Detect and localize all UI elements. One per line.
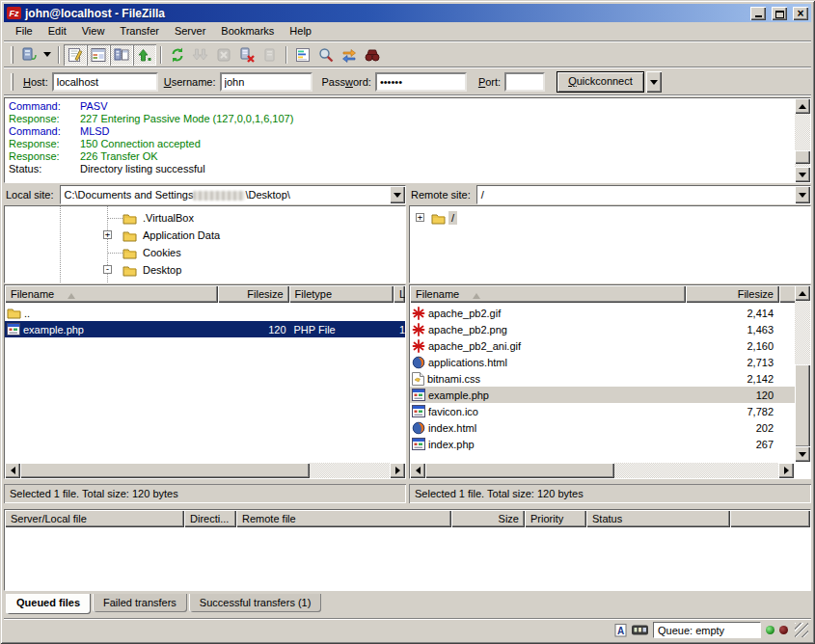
local-site-dropdown-button[interactable]	[390, 186, 405, 203]
cell-size: 7,782	[686, 406, 779, 417]
close-button[interactable]: ×	[793, 7, 808, 20]
tree-item-application-data[interactable]: +Application Data	[5, 227, 405, 244]
toolbar-find-files-button[interactable]	[361, 44, 384, 66]
remote-list-body[interactable]: apache_pb2.gif2,414apache_pb2.png1,463ap…	[410, 303, 795, 462]
tree-item-cookies[interactable]: Cookies	[5, 244, 405, 261]
column-header-filename[interactable]: Filename	[5, 285, 218, 303]
toolbar-process-queue-button[interactable]	[189, 44, 212, 66]
divider	[4, 94, 811, 96]
expand-icon[interactable]: +	[416, 213, 424, 222]
local-site-combobox[interactable]: C:\Documents and Settings\Desktop\	[60, 185, 406, 204]
transfer-type-icon[interactable]: A	[614, 623, 627, 637]
scroll-right-button[interactable]	[390, 463, 405, 478]
tab-queued-files[interactable]: Queued files	[6, 594, 91, 614]
local-list-body[interactable]: ..example.php120PHP File1	[5, 303, 405, 462]
resize-grip[interactable]	[795, 623, 808, 637]
column-header-priority[interactable]: Priority	[525, 510, 586, 527]
minimize-button[interactable]	[750, 7, 766, 20]
file-row-apache-pb2-ani-gif[interactable]: apache_pb2_ani.gif2,160	[410, 337, 795, 354]
tab-failed-transfers[interactable]: Failed transfers	[93, 594, 187, 612]
file-row-apache-pb2-png[interactable]: apache_pb2.png1,463	[410, 321, 795, 337]
tab-successful-transfers-1[interactable]: Successful transfers (1)	[189, 594, 322, 612]
speed-limits-icon[interactable]	[632, 625, 648, 635]
file-row-example-php[interactable]: example.php120PHP File1	[5, 321, 405, 337]
tree-item-virtualbox[interactable]: .VirtualBox	[5, 209, 405, 227]
scroll-down-button[interactable]	[795, 167, 810, 182]
file-row-apache-pb2-gif[interactable]: apache_pb2.gif2,414	[410, 305, 795, 321]
local-list-hscrollbar[interactable]	[5, 463, 405, 478]
file-row-example-php[interactable]: example.php120	[410, 387, 795, 403]
filezilla-logo-icon[interactable]: Fz	[7, 7, 21, 19]
column-header-status[interactable]: Status	[586, 510, 730, 527]
file-row-bitnami-css[interactable]: bitnami.css2,142	[410, 370, 795, 387]
queue-body[interactable]	[5, 527, 810, 590]
remote-directory-tree[interactable]: +/	[409, 205, 811, 283]
local-file-list[interactable]: FilenameFilesizeFiletypeL ..example.php1…	[4, 284, 406, 479]
menu-edit[interactable]: Edit	[41, 23, 74, 40]
toolbar-toggle-log-button[interactable]	[64, 44, 87, 66]
scroll-thumb[interactable]	[795, 364, 810, 447]
scroll-left-button[interactable]	[5, 463, 20, 478]
menu-help[interactable]: Help	[282, 23, 319, 40]
column-header-remote-file[interactable]: Remote file	[236, 510, 451, 527]
file-row-favicon-ico[interactable]: favicon.ico7,782	[410, 403, 795, 419]
toolbar-reconnect-button[interactable]	[258, 44, 282, 66]
tree-item-root[interactable]: +/	[410, 209, 810, 227]
remote-site-combobox[interactable]: /	[476, 185, 811, 204]
menu-view[interactable]: View	[74, 23, 113, 40]
toolbar-grip[interactable]	[11, 73, 14, 91]
column-header-filetype[interactable]: Filetype	[289, 285, 394, 303]
menu-bookmarks[interactable]: Bookmarks	[213, 23, 282, 40]
toolbar-toggle-queue-button[interactable]	[133, 44, 156, 66]
column-header-server-local-file[interactable]: Server/Local file	[5, 510, 184, 527]
menu-file[interactable]: File	[8, 23, 41, 40]
menu-transfer[interactable]: Transfer	[112, 23, 167, 40]
local-directory-tree[interactable]: .VirtualBox+Application DataCookies-Desk…	[4, 205, 406, 283]
toolbar-filter-button[interactable]	[291, 44, 314, 66]
scroll-right-button[interactable]	[778, 463, 794, 478]
tree-item-desktop[interactable]: -Desktop	[5, 261, 405, 279]
password-input[interactable]	[375, 72, 467, 92]
column-header-directi[interactable]: Directi...	[184, 510, 236, 527]
toolbar-sync-browsing-button[interactable]	[338, 44, 361, 66]
maximize-button[interactable]	[772, 7, 787, 20]
quickconnect-button[interactable]: Quickconnect	[557, 71, 644, 93]
scroll-thumb[interactable]	[425, 463, 614, 478]
collapse-icon[interactable]: -	[103, 265, 112, 274]
log-scrollbar[interactable]	[795, 98, 810, 182]
toolbar-toggle-remote-tree-button[interactable]	[110, 44, 133, 66]
column-header-filesize[interactable]: Filesize	[686, 285, 779, 303]
file-row-index-php[interactable]: index.php267	[410, 436, 795, 452]
column-header-size[interactable]: Size	[451, 510, 525, 527]
toolbar-site-manager-dropdown-button[interactable]	[41, 44, 54, 66]
scroll-thumb[interactable]	[795, 150, 810, 164]
remote-file-list[interactable]: FilenameFilesize apache_pb2.gif2,414apac…	[409, 284, 811, 479]
toolbar-disconnect-button[interactable]	[235, 44, 258, 66]
column-header-filename[interactable]: Filename	[410, 285, 686, 303]
file-row-item[interactable]: ..	[5, 305, 405, 321]
column-header-filesize[interactable]: Filesize	[218, 285, 289, 303]
toolbar-compare-button[interactable]	[314, 44, 338, 66]
scroll-thumb[interactable]	[20, 463, 310, 478]
scroll-left-button[interactable]	[410, 463, 425, 478]
remote-list-hscrollbar[interactable]	[410, 463, 794, 478]
username-input[interactable]	[220, 72, 312, 92]
expand-icon[interactable]: +	[103, 230, 112, 239]
column-header-l[interactable]: L	[394, 285, 405, 303]
scroll-up-button[interactable]	[795, 285, 810, 301]
host-input[interactable]	[52, 72, 158, 92]
scroll-down-button[interactable]	[795, 446, 810, 462]
file-row-applications-html[interactable]: applications.html2,713	[410, 354, 795, 370]
toolbar-grip[interactable]	[11, 46, 14, 64]
menu-server[interactable]: Server	[167, 23, 213, 40]
quickconnect-dropdown-button[interactable]	[646, 71, 662, 93]
toolbar-toggle-local-tree-button[interactable]	[87, 44, 110, 66]
remote-list-vscrollbar[interactable]	[795, 285, 810, 462]
port-input[interactable]	[504, 72, 545, 92]
remote-site-dropdown-button[interactable]	[795, 186, 810, 203]
toolbar-site-manager-button[interactable]	[17, 44, 41, 66]
toolbar-cancel-button[interactable]	[212, 44, 235, 66]
toolbar-refresh-button[interactable]	[166, 44, 189, 66]
scroll-up-button[interactable]	[795, 98, 810, 114]
file-row-index-html[interactable]: index.html202	[410, 419, 795, 436]
